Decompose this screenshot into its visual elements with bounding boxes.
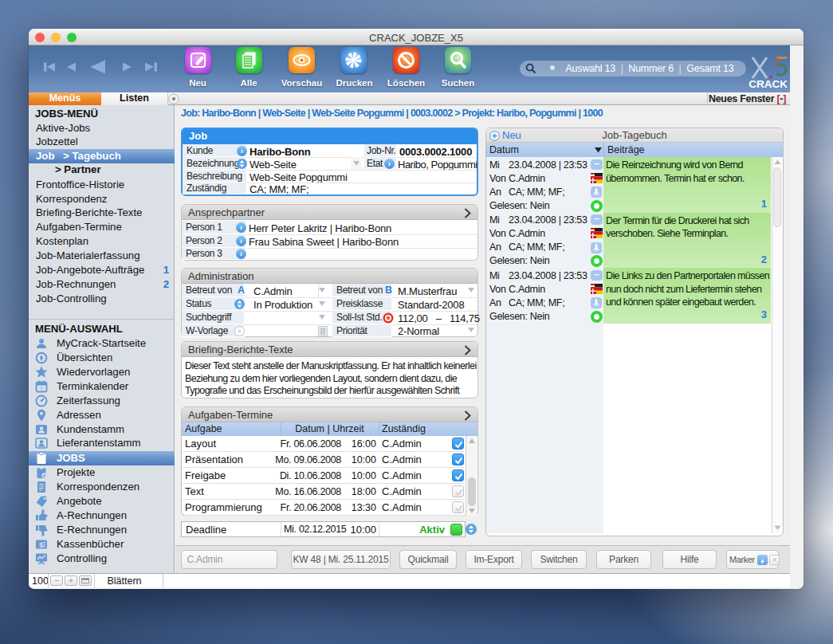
svg-text:$: $ — [39, 541, 43, 549]
svg-text:7: 7 — [40, 387, 43, 391]
